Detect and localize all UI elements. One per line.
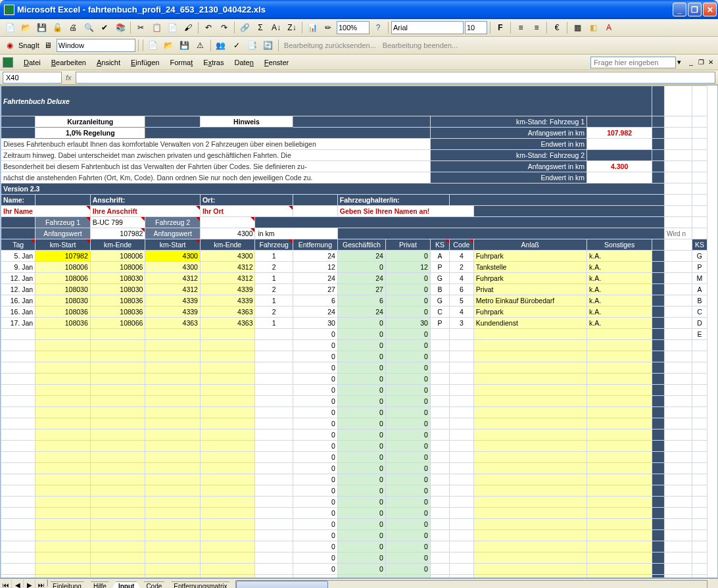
ort-value[interactable]: Ihr Ort — [200, 206, 293, 217]
sort-desc-icon[interactable]: Z↓ — [285, 20, 299, 35]
chart-icon[interactable]: 📊 — [305, 20, 320, 35]
cell-ks[interactable] — [430, 396, 449, 407]
cell-kmende1[interactable]: 108030 — [90, 284, 145, 295]
cell-entfernung[interactable]: 0 — [293, 441, 337, 452]
cell-anlass[interactable]: Privat — [473, 284, 586, 295]
cell-entfernung[interactable]: 6 — [293, 295, 337, 306]
cell-kmende2[interactable] — [200, 552, 255, 564]
cell-anlass[interactable] — [473, 530, 586, 541]
cell-anlass[interactable] — [473, 519, 586, 530]
doc-restore-button[interactable]: ❐ — [696, 58, 706, 67]
font-size-select[interactable] — [465, 21, 487, 34]
side-ks-cell[interactable] — [692, 418, 707, 429]
cell-tag[interactable] — [1, 407, 36, 418]
cell-kmende2[interactable] — [200, 374, 255, 385]
cell-code[interactable] — [450, 463, 474, 474]
cell-kmstart1[interactable] — [36, 508, 91, 519]
cell-sonstiges[interactable] — [587, 441, 652, 452]
cell-kmende2[interactable] — [200, 575, 255, 578]
cell-privat[interactable]: 0 — [385, 485, 430, 497]
cell-kmstart2[interactable]: 4312 — [145, 273, 201, 284]
cell-code[interactable] — [450, 418, 474, 429]
cell-sonstiges[interactable] — [587, 474, 652, 485]
cell-geschaeftlich[interactable]: 0 — [337, 318, 385, 329]
cell-ks[interactable] — [430, 329, 449, 340]
maximize-button[interactable]: ❐ — [688, 3, 702, 16]
cell-tag[interactable] — [1, 541, 36, 552]
cell-kmende1[interactable] — [90, 541, 145, 552]
cell-anlass[interactable] — [473, 429, 586, 441]
cell-fahrzeug[interactable] — [255, 519, 293, 530]
cell-sonstiges[interactable] — [587, 429, 652, 441]
cell-kmstart1[interactable] — [36, 429, 91, 441]
cell-tag[interactable] — [1, 374, 36, 385]
side-ks-cell[interactable] — [692, 541, 707, 552]
cell-geschaeftlich[interactable]: 0 — [337, 441, 385, 452]
cell-kmende2[interactable] — [200, 362, 255, 374]
cell-geschaeftlich[interactable]: 0 — [337, 463, 385, 474]
cell-kmstart2[interactable] — [145, 340, 201, 351]
cell-kmende1[interactable] — [90, 474, 145, 485]
cell-code[interactable] — [450, 575, 474, 578]
cell-privat[interactable]: 0 — [385, 474, 430, 485]
cell-ks[interactable] — [430, 385, 449, 396]
cell-kmstart2[interactable] — [145, 530, 201, 541]
cell-geschaeftlich[interactable]: 0 — [337, 351, 385, 362]
cell-ks[interactable] — [430, 519, 449, 530]
cell-kmende2[interactable] — [200, 508, 255, 519]
cell-anlass[interactable] — [473, 541, 586, 552]
cell-tag[interactable]: 16. Jan — [1, 306, 36, 318]
side-ks-cell[interactable] — [692, 374, 707, 385]
cell-kmstart1[interactable] — [36, 418, 91, 429]
cell-kmende2[interactable]: 4363 — [200, 306, 255, 318]
cell-kmende1[interactable]: 108006 — [90, 262, 145, 273]
cell-tag[interactable] — [1, 385, 36, 396]
cell-sonstiges[interactable] — [587, 340, 652, 351]
cell-kmende1[interactable] — [90, 575, 145, 578]
cell-ks[interactable] — [430, 541, 449, 552]
cell-fahrzeug[interactable] — [255, 396, 293, 407]
cell-kmstart2[interactable] — [145, 362, 201, 374]
cell-privat[interactable]: 0 — [385, 273, 430, 284]
cell-anlass[interactable] — [473, 441, 586, 452]
cell-anlass[interactable] — [473, 552, 586, 564]
cell-ks[interactable] — [430, 508, 449, 519]
side-ks-cell[interactable]: A — [692, 284, 707, 295]
cell-sonstiges[interactable] — [587, 329, 652, 340]
cell-kmstart2[interactable] — [145, 441, 201, 452]
regelung-button[interactable]: 1,0% Regelung — [36, 128, 145, 139]
cell-tag[interactable] — [1, 429, 36, 441]
cell-kmstart2[interactable]: 4363 — [145, 318, 201, 329]
cell-kmstart2[interactable] — [145, 519, 201, 530]
cell-sonstiges[interactable]: k.A. — [587, 306, 652, 318]
cell-kmstart1[interactable] — [36, 362, 91, 374]
cell-sonstiges[interactable] — [587, 351, 652, 362]
cell-geschaeftlich[interactable]: 0 — [337, 564, 385, 575]
cell-code[interactable] — [450, 351, 474, 362]
cell-sonstiges[interactable]: k.A. — [587, 262, 652, 273]
cell-entfernung[interactable]: 0 — [293, 418, 337, 429]
cell-sonstiges[interactable] — [587, 564, 652, 575]
menu-datei[interactable]: DDateiatei — [18, 57, 46, 68]
menu-fenster[interactable]: Fenster — [259, 57, 294, 68]
cell-kmstart2[interactable]: 4339 — [145, 295, 201, 306]
cell-code[interactable]: 4 — [450, 273, 474, 284]
research-icon[interactable]: 📚 — [113, 20, 128, 35]
cell-kmende2[interactable] — [200, 519, 255, 530]
cell-sonstiges[interactable] — [587, 552, 652, 564]
side-ks-cell[interactable]: C — [692, 306, 707, 318]
cell-code[interactable] — [450, 474, 474, 485]
cell-ks[interactable] — [430, 463, 449, 474]
cell-kmende2[interactable] — [200, 418, 255, 429]
cell-kmende1[interactable] — [90, 519, 145, 530]
cell-kmstart2[interactable] — [145, 508, 201, 519]
side-ks-cell[interactable] — [692, 452, 707, 463]
cell-fahrzeug[interactable] — [255, 463, 293, 474]
cell-kmstart2[interactable] — [145, 329, 201, 340]
cell-ks[interactable] — [430, 418, 449, 429]
cell-code[interactable]: 6 — [450, 284, 474, 295]
cell-tag[interactable] — [1, 362, 36, 374]
side-ks-cell[interactable]: G — [692, 251, 707, 262]
cell-kmstart1[interactable] — [36, 396, 91, 407]
cell-kmende2[interactable] — [200, 329, 255, 340]
